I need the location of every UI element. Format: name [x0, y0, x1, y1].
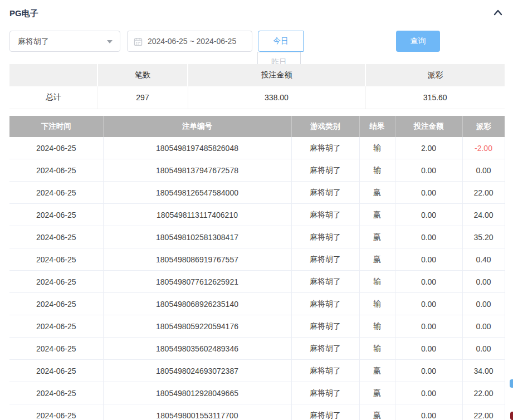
cell-bet-time: 2024-06-25: [9, 248, 103, 271]
page-title: PG电子: [9, 8, 38, 18]
game-select-value: 麻将胡了: [18, 31, 49, 51]
records-tbody: 2024-06-25 1805498197485826048 麻将胡了 输 2.…: [9, 137, 505, 420]
cell-payout: 24.00: [462, 204, 505, 226]
cell-bet-amount: 0.00: [395, 338, 462, 360]
cell-payout: 35.20: [462, 226, 505, 248]
search-button[interactable]: 查询: [396, 31, 440, 52]
cell-bet-time: 2024-06-25: [9, 404, 103, 420]
table-row: 2024-06-25 1805498012928049665 麻将胡了 赢 0.…: [9, 382, 505, 404]
cell-game-type: 麻将胡了: [291, 360, 359, 382]
cell-result: 输: [359, 159, 395, 182]
floating-widget-red[interactable]: [510, 412, 513, 420]
table-row: 2024-06-25 1805498086919767557 麻将胡了 赢 0.…: [9, 248, 505, 271]
cell-bet-id: 1805498137947672578: [103, 159, 291, 182]
cell-result: 输: [359, 315, 395, 338]
cell-bet-amount: 0.00: [395, 182, 462, 204]
cell-bet-amount: 0.00: [395, 315, 462, 338]
cell-bet-amount: 0.00: [395, 159, 462, 182]
cell-game-type: 麻将胡了: [291, 382, 359, 404]
cell-result: 赢: [359, 226, 395, 248]
cell-result: 赢: [359, 204, 395, 226]
table-row: 2024-06-25 1805498077612625921 麻将胡了 输 0.…: [9, 271, 505, 293]
summary-header-count: 笔数: [97, 64, 188, 86]
cell-bet-amount: 2.00: [395, 137, 462, 159]
cell-bet-time: 2024-06-25: [9, 315, 103, 338]
cell-game-type: 麻将胡了: [291, 293, 359, 315]
summary-total-payout: 315.60: [365, 86, 505, 109]
table-row: 2024-06-25 1805498102581308417 麻将胡了 赢 0.…: [9, 226, 505, 248]
cell-result: 赢: [359, 248, 395, 271]
table-row: 2024-06-25 1805498197485826048 麻将胡了 输 2.…: [9, 137, 505, 159]
cell-game-type: 麻将胡了: [291, 404, 359, 420]
cell-bet-amount: 0.00: [395, 293, 462, 315]
cell-bet-id: 1805498059220594176: [103, 315, 291, 338]
cell-game-type: 麻将胡了: [291, 271, 359, 293]
date-range-input[interactable]: 2024-06-25 ~ 2024-06-25: [127, 31, 252, 52]
cell-result: 输: [359, 338, 395, 360]
today-button[interactable]: 今日: [258, 31, 304, 52]
floating-widget-blue[interactable]: [510, 379, 513, 388]
bet-records-panel: PG电子 麻将胡了 2024-06-25 ~ 2: [0, 0, 513, 420]
cell-result: 赢: [359, 182, 395, 204]
cell-bet-amount: 0.00: [395, 271, 462, 293]
cell-bet-amount: 0.00: [395, 404, 462, 420]
cell-result: 输: [359, 271, 395, 293]
cell-game-type: 麻将胡了: [291, 204, 359, 226]
cell-bet-id: 1805498035602489346: [103, 338, 291, 360]
cell-bet-amount: 0.00: [395, 226, 462, 248]
col-header-bet-time: 下注时间: [9, 116, 103, 137]
summary-header-payout: 派彩: [365, 64, 505, 86]
summary-header-bet-amount: 投注金额: [188, 64, 365, 86]
panel-header: PG电子: [9, 7, 504, 20]
col-header-result: 结果: [359, 116, 395, 137]
collapse-panel-button[interactable]: [492, 8, 504, 19]
cell-bet-id: 1805498086919767557: [103, 248, 291, 271]
cell-bet-time: 2024-06-25: [9, 382, 103, 404]
summary-total-row: 总计 297 338.00 315.60: [9, 86, 505, 109]
cell-payout: 0.40: [462, 248, 505, 271]
cell-payout: 22.00: [462, 382, 505, 404]
cell-payout: 34.00: [462, 360, 505, 382]
col-header-payout: 派彩: [462, 116, 505, 137]
summary-total-label: 总计: [9, 86, 97, 109]
summary-total-bet-amount: 338.00: [188, 86, 365, 109]
cell-result: 赢: [359, 360, 395, 382]
table-row: 2024-06-25 1805498035602489346 麻将胡了 输 0.…: [9, 338, 505, 360]
col-header-bet-id: 注单编号: [103, 116, 291, 137]
cell-bet-id: 1805498102581308417: [103, 226, 291, 248]
cell-bet-id: 1805498068926235140: [103, 293, 291, 315]
caret-down-icon: [107, 40, 113, 43]
records-table: 下注时间 注单编号 游戏类别 结果 投注金额 派彩 2024-06-25 180…: [9, 116, 505, 420]
cell-game-type: 麻将胡了: [291, 248, 359, 271]
cell-payout: 22.00: [462, 404, 505, 420]
cell-bet-time: 2024-06-25: [9, 226, 103, 248]
cell-payout: 0.00: [462, 159, 505, 182]
chevron-up-icon: [492, 11, 504, 19]
cell-payout: 0.00: [462, 338, 505, 360]
cell-bet-id: 1805498113117406210: [103, 204, 291, 226]
table-row: 2024-06-25 1805498137947672578 麻将胡了 输 0.…: [9, 159, 505, 182]
cell-bet-time: 2024-06-25: [9, 182, 103, 204]
calendar-icon: [134, 37, 143, 48]
cell-game-type: 麻将胡了: [291, 226, 359, 248]
cell-game-type: 麻将胡了: [291, 338, 359, 360]
cell-bet-time: 2024-06-25: [9, 338, 103, 360]
cell-game-type: 麻将胡了: [291, 159, 359, 182]
cell-result: 赢: [359, 404, 395, 420]
cell-bet-amount: 0.00: [395, 204, 462, 226]
cell-bet-id: 1805498197485826048: [103, 137, 291, 159]
cell-bet-id: 1805498024693072387: [103, 360, 291, 382]
table-row: 2024-06-25 1805498059220594176 麻将胡了 输 0.…: [9, 315, 505, 338]
cell-bet-amount: 0.00: [395, 360, 462, 382]
cell-payout: -2.00: [462, 137, 505, 159]
quick-range-button-group: 今日 昨日 近8日: [258, 31, 304, 52]
cell-bet-amount: 0.00: [395, 248, 462, 271]
game-select[interactable]: 麻将胡了: [9, 31, 120, 52]
table-row: 2024-06-25 1805498001553117700 麻将胡了 赢 0.…: [9, 404, 505, 420]
cell-game-type: 麻将胡了: [291, 182, 359, 204]
records-header-row: 下注时间 注单编号 游戏类别 结果 投注金额 派彩: [9, 116, 505, 137]
cell-bet-time: 2024-06-25: [9, 293, 103, 315]
summary-table: 笔数 投注金额 派彩 总计 297 338.00 315.60: [9, 64, 505, 109]
date-range-value: 2024-06-25 ~ 2024-06-25: [148, 31, 236, 51]
cell-game-type: 麻将胡了: [291, 137, 359, 159]
